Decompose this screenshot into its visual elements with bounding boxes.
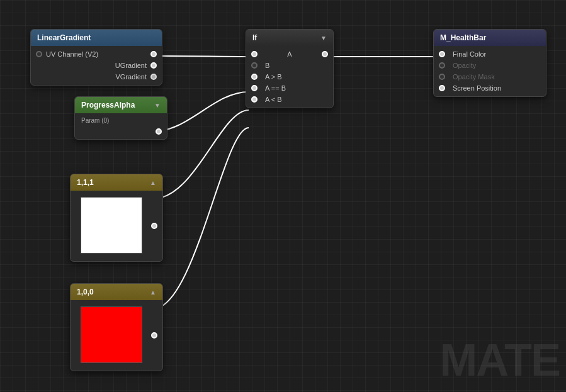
pin-vgradient-out[interactable] — [150, 74, 157, 80]
pin-opacity-mask-in[interactable] — [439, 74, 445, 80]
constant-111-body — [71, 191, 162, 261]
pin-final-color-in[interactable] — [439, 51, 445, 57]
swatch-pin-row-100 — [71, 303, 162, 368]
expand-icon-111[interactable]: ▲ — [150, 179, 156, 186]
constant-111-title: 1,1,1 — [77, 178, 94, 187]
pin-label-if-agtb: A > B — [265, 73, 282, 81]
constant-100-node: 1,0,0 ▲ — [70, 283, 163, 371]
pin-row-opacity-mask: Opacity Mask — [434, 71, 546, 82]
m-healthbar-title: M_HealthBar — [440, 33, 486, 42]
pin-row-if-a: A — [246, 48, 333, 60]
progress-alpha-subtitle: Param (0) — [75, 116, 167, 126]
pin-ugradient-out[interactable] — [150, 62, 157, 69]
constant-100-header: 1,0,0 ▲ — [71, 284, 162, 300]
pin-label-if-b: B — [265, 62, 269, 69]
if-expand-icon[interactable]: ▼ — [320, 35, 327, 42]
constant-100-body — [71, 300, 162, 371]
pin-screen-position-in[interactable] — [439, 85, 445, 91]
pin-label-final-color: Final Color — [453, 50, 486, 58]
constant-111-node: 1,1,1 ▲ — [70, 174, 163, 262]
pin-if-agtb-in[interactable] — [251, 74, 258, 80]
pin-opacity-in[interactable] — [439, 62, 445, 69]
expand-icon[interactable]: ▼ — [154, 102, 161, 109]
pin-row-ugradient: UGradient — [31, 60, 162, 71]
m-healthbar-body: Final Color Opacity Opacity Mask Screen … — [434, 46, 546, 96]
constant-111-header: 1,1,1 ▲ — [71, 174, 162, 191]
progress-alpha-body: Param (0) — [75, 113, 167, 139]
if-node: If ▼ A B A > B A == B A < B — [246, 29, 334, 108]
pin-row-screen-position: Screen Position — [434, 82, 546, 94]
m-healthbar-header: M_HealthBar — [434, 30, 546, 46]
linear-gradient-title: LinearGradient — [37, 33, 91, 42]
progress-alpha-title: ProgressAlpha — [81, 101, 135, 109]
swatch-111 — [81, 197, 142, 254]
pin-row-if-b: B — [246, 60, 333, 71]
connection-100-if-alt-b — [153, 128, 249, 309]
linear-gradient-node: LinearGradient UV Channel (V2) UGradient… — [30, 29, 162, 86]
connection-ugradient-if-a — [161, 56, 249, 57]
pin-if-aeqb-in[interactable] — [251, 85, 258, 91]
pin-if-a-out[interactable] — [322, 51, 328, 57]
pin-row-opacity: Opacity — [434, 60, 546, 71]
pin-label-if-aeqb: A == B — [265, 84, 286, 92]
pin-label-screen-position: Screen Position — [453, 84, 501, 92]
pin-if-altb-in[interactable] — [251, 96, 258, 103]
watermark: MATE — [439, 334, 560, 386]
constant-100-title: 1,0,0 — [77, 288, 94, 296]
swatch-100 — [81, 306, 142, 363]
pin-label-opacity: Opacity — [453, 62, 476, 69]
pin-label-uvchannel: UV Channel (V2) — [46, 50, 98, 58]
pin-progress-out[interactable] — [156, 128, 162, 135]
pin-if-b-in[interactable] — [251, 62, 258, 69]
m-healthbar-node: M_HealthBar Final Color Opacity Opacity … — [433, 29, 546, 97]
progress-alpha-node: ProgressAlpha ▼ Param (0) — [74, 96, 167, 140]
pin-if-a-in[interactable] — [251, 51, 258, 57]
pin-100-out[interactable] — [151, 332, 157, 339]
pin-row-if-altb: A < B — [246, 94, 333, 105]
pin-row-if-aeqb: A == B — [246, 82, 333, 94]
pin-row-uvchannel: UV Channel (V2) — [31, 48, 162, 60]
pin-row-if-agtb: A > B — [246, 71, 333, 82]
pin-uvchannel-in[interactable] — [36, 51, 42, 57]
pin-uvchannel-out[interactable] — [150, 51, 157, 57]
pin-label-if-a: A — [287, 50, 291, 58]
pin-label-if-altb: A < B — [265, 96, 282, 103]
swatch-pin-row-111 — [71, 193, 162, 259]
if-title: If — [252, 33, 257, 42]
if-body: A B A > B A == B A < B — [246, 46, 333, 108]
if-header: If ▼ — [246, 30, 333, 46]
pin-row-vgradient: VGradient — [31, 71, 162, 82]
progress-alpha-header: ProgressAlpha ▼ — [75, 97, 167, 113]
linear-gradient-header: LinearGradient — [31, 30, 162, 46]
pin-row-final-color: Final Color — [434, 48, 546, 60]
pin-label-vgradient: VGradient — [115, 73, 147, 81]
pin-111-out[interactable] — [151, 223, 157, 229]
pin-label-ugradient: UGradient — [115, 62, 147, 69]
pin-label-opacity-mask: Opacity Mask — [453, 73, 495, 81]
expand-icon-100[interactable]: ▲ — [150, 289, 156, 296]
linear-gradient-body: UV Channel (V2) UGradient VGradient — [31, 46, 162, 85]
pin-row-progress-out — [75, 126, 167, 137]
